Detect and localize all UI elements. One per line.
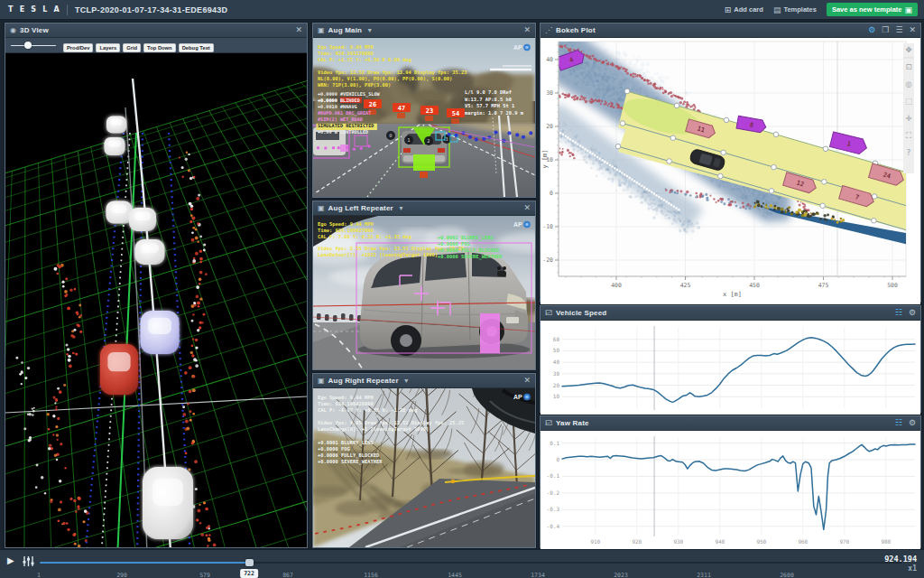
svg-text:910: 910 <box>590 538 600 545</box>
svg-text:-20: -20 <box>542 256 553 264</box>
bokeh-legend-icon[interactable]: ☰ <box>895 26 902 34</box>
3d-toolbar-button-grid[interactable]: Grid <box>123 43 141 52</box>
svg-text:+0.0000 SEVERE_WEATHER: +0.0000 SEVERE_WEATHER <box>438 254 503 260</box>
svg-text:#RUPD.081 DRC_GREAT: #RUPD.081 DRC_GREAT <box>318 110 371 117</box>
svg-text:AP: AP <box>513 221 522 228</box>
speed-settings-gear-icon[interactable]: ⚙ <box>909 309 916 317</box>
tesla-logo: T E S L A <box>8 5 61 14</box>
bokeh-title: Bokeh Plot <box>556 26 596 34</box>
svg-text:475: 475 <box>818 282 829 289</box>
svg-text:47: 47 <box>398 105 405 112</box>
templates-button[interactable]: ▤ Templates <box>773 5 817 14</box>
3d-view-close-icon[interactable]: ✕ <box>295 26 302 34</box>
svg-text:30: 30 <box>546 89 553 97</box>
aug-left-close-icon[interactable]: ✕ <box>523 204 531 212</box>
3d-toolbar-button-top-down[interactable]: Top Down <box>143 43 176 52</box>
3d-view-header: ◉ 3D View ✕ <box>5 23 307 38</box>
svg-text:x [m]: x [m] <box>723 291 742 298</box>
bokeh-header: ⋰ Bokeh Plot ⚙ ❐ ☰ ✕ <box>541 23 920 38</box>
3d-zoom-slider-track <box>11 45 56 47</box>
line-chart-icon: 🗠 <box>545 420 552 427</box>
camera-select-caret-icon[interactable]: ▼ <box>366 27 373 33</box>
svg-text:60: 60 <box>553 336 560 342</box>
svg-text:+0.0000 FULLY_BLOCKED: +0.0000 FULLY_BLOCKED <box>438 247 499 254</box>
svg-text:40: 40 <box>546 56 553 63</box>
scatter-plot-icon: ⋰ <box>545 27 552 34</box>
svg-text:950: 950 <box>756 538 766 545</box>
svg-text:?: ? <box>907 148 911 157</box>
yaw-settings-gear-icon[interactable]: ⚙ <box>909 419 916 427</box>
bokeh-close-icon[interactable]: ✕ <box>909 26 916 34</box>
aug-left-header: ▣ Aug Left Repeater ▼ ✕ <box>313 201 535 216</box>
yaw-legend-icon[interactable]: ☷ <box>895 419 902 427</box>
speed-legend-icon[interactable]: ☷ <box>895 309 902 317</box>
bokeh-canvas[interactable]: 4118112724400425450475500403020100-10-20… <box>541 38 920 302</box>
svg-text:+0.0000 SEVERE_WEATHER: +0.0000 SEVERE_WEATHER <box>318 459 383 465</box>
svg-text:CAL P: 7.89 Y: 0.31 R: +1.35 d: CAL P: 7.89 Y: 0.31 R: +1.35 deg <box>318 234 411 240</box>
camera-select-caret-icon[interactable]: ▼ <box>398 205 404 211</box>
timeline-tick-label: 2600 <box>780 572 794 578</box>
aug-main-close-icon[interactable]: ✕ <box>523 26 531 34</box>
timeline-tick-label: 290 <box>116 572 127 578</box>
aug-right-close-icon[interactable]: ✕ <box>523 377 531 385</box>
bokeh-popout-icon[interactable]: ❐ <box>882 26 889 34</box>
svg-text:CAL P: +1.72 Y: +0.50 R 0.00 d: CAL P: +1.72 Y: +0.50 R 0.00 deg <box>318 57 411 63</box>
svg-text:WRN: 71P(3.00), PXP(3.00): WRN: 71P(3.00), PXP(3.00) <box>318 82 391 88</box>
svg-text:SIMULATED RESTRICTED: SIMULATED RESTRICTED <box>318 123 374 128</box>
yaw-rate-chart[interactable]: 0.10-0.1-0.2-0.3-0.491092093094095096097… <box>541 431 920 547</box>
svg-text:3: 3 <box>445 136 448 142</box>
run-title: TCLP-2020-01-07-17-34-31-EDE6943D <box>75 5 227 14</box>
aug-right-image[interactable]: Ego Speed: 9.44 MPHTime: 924.190426000CA… <box>313 388 535 547</box>
3d-toolbar-button-debug-text[interactable]: Debug Text <box>179 43 214 52</box>
vehicle-speed-header: 🗠 Vehicle Speed ☷ ⚙ <box>541 306 920 321</box>
yaw-rate-title: Yaw Rate <box>556 419 589 427</box>
timeline-tick-label: 579 <box>199 572 210 578</box>
save-template-button[interactable]: Save as new template ▣ <box>827 3 918 16</box>
svg-text:CAL P: -8.97 Y: +0.75 R: -1.38: CAL P: -8.97 Y: +0.75 R: -1.38 deg <box>318 407 417 414</box>
svg-text:⬚: ⬚ <box>905 97 912 106</box>
svg-text:Time: 924.190426000: Time: 924.190426000 <box>318 401 374 406</box>
3d-scene-canvas[interactable] <box>5 53 307 547</box>
top-bar: T E S L A TCLP-2020-01-07-17-34-31-EDE69… <box>0 0 924 20</box>
3d-view-toolbar: Prod/DevLayersGridTop DownDebug Text <box>5 38 307 53</box>
save-icon: ▣ <box>904 5 912 14</box>
camera-icon: ▣ <box>318 27 325 34</box>
svg-text:V5: 57.7 MPH St 1: V5: 57.7 MPH St 1 <box>465 103 514 108</box>
svg-text:-0.4: -0.4 <box>547 523 560 529</box>
svg-text:Ego Speed: 9.44 MPH: Ego Speed: 9.44 MPH <box>318 44 374 51</box>
current-time: 924.194 <box>884 555 917 564</box>
aug-right-title: Aug Right Repeater <box>328 377 399 385</box>
svg-text:-10: -10 <box>542 223 553 230</box>
svg-text:L/l 9.0 7.0 DRef: L/l 9.0 7.0 DRef <box>465 89 512 95</box>
frame-controls-icon[interactable] <box>23 555 34 567</box>
3d-toolbar-button-layers[interactable]: Layers <box>96 43 120 52</box>
svg-text:940: 940 <box>715 538 725 545</box>
aug-main-image[interactable]: 264723540123Ego Speed: 9.44 MPHTime: 924… <box>313 38 535 197</box>
camera-select-caret-icon[interactable]: ▼ <box>403 378 410 384</box>
3d-zoom-slider[interactable] <box>11 41 56 50</box>
svg-text:#SIM(2) WET_ROAD: #SIM(2) WET_ROAD <box>318 117 363 123</box>
aug-main-title: Aug Main <box>328 26 363 34</box>
svg-text:+0.0000 FOG: +0.0000 FOG <box>438 241 470 247</box>
svg-text:+0.0010 #NNAVG: +0.0010 #NNAVG <box>318 104 357 109</box>
panel-vehicle-speed: 🗠 Vehicle Speed ☷ ⚙ 102030405060 <box>540 305 921 413</box>
3d-toolbar-button-prod-dev[interactable]: Prod/Dev <box>63 43 93 52</box>
3d-zoom-slider-knob[interactable] <box>24 42 32 49</box>
timeline-tick-label: 1734 <box>531 572 545 578</box>
current-frame-badge[interactable]: 722 <box>240 569 258 578</box>
svg-text:+0.00 m CONTROLLED: +0.00 m CONTROLLED <box>318 129 368 135</box>
aug-right-header: ▣ Aug Right Repeater ▼ ✕ <box>313 374 535 388</box>
play-button[interactable]: ▶ <box>7 555 14 565</box>
timeline-scrubber-handle[interactable] <box>245 559 254 566</box>
vehicle-speed-title: Vehicle Speed <box>556 309 606 317</box>
add-card-button[interactable]: ⊞ Add card <box>725 5 763 14</box>
vehicle-speed-chart[interactable]: 102030405060 <box>541 321 920 412</box>
aug-left-image[interactable]: Ego Speed: 9.44 MPHTime: 924.190427000CA… <box>313 216 535 369</box>
svg-text:NL(0.00), V(1.00), PO(0.00), P: NL(0.00), V(1.00), PO(0.00), PP(0.00), S… <box>318 76 452 81</box>
bokeh-settings-gear-icon[interactable]: ⚙ <box>868 26 875 34</box>
timeline-track[interactable] <box>40 562 902 564</box>
timeline-tick-label: 867 <box>282 572 293 578</box>
add-card-icon: ⊞ <box>725 5 732 14</box>
yaw-rate-header: 🗠 Yaw Rate ☷ ⚙ <box>541 416 920 431</box>
svg-text:-0.2: -0.2 <box>547 489 560 496</box>
